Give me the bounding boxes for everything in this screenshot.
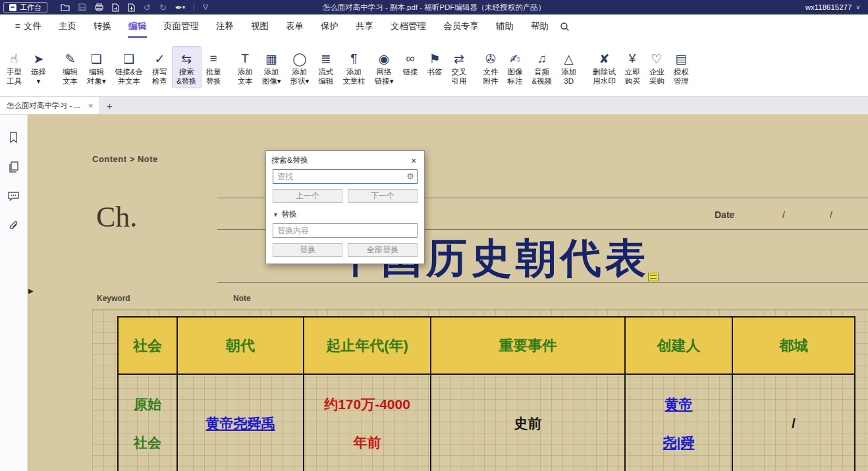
menu-share[interactable]: 共享 [347, 14, 382, 38]
tool-label: 3D [564, 76, 574, 86]
tool-add-article[interactable]: ¶添加文章柱 [338, 46, 370, 88]
tool-audio-video[interactable]: ♫音频&视频 [527, 46, 556, 88]
menu-member[interactable]: 会员专享 [435, 14, 487, 38]
menu-convert[interactable]: 转换 [85, 14, 120, 38]
account-menu[interactable]: wx118615277 ∨ [805, 3, 860, 11]
ribbon-toolbar: ☝手型工具 ➤选择▾ ✎编辑文本 ❏编辑对象▾ ❑链接&合并文本 ✓拼写检查 ⇆… [0, 38, 868, 97]
dynasty-link[interactable]: 黄帝尧舜禹 [206, 414, 275, 433]
dialog-close-icon[interactable]: × [408, 155, 419, 166]
tab-close-icon[interactable]: × [88, 101, 94, 111]
menu-assist[interactable]: 辅助 [487, 14, 522, 38]
table-cell-society: 原始 社会 [119, 375, 178, 471]
tool-label: 手型 [7, 67, 22, 76]
tool-add-text[interactable]: T添加文本 [233, 46, 258, 88]
tool-search-replace[interactable]: ⇆搜索&替换 [172, 46, 202, 88]
new-tab-button[interactable]: + [100, 97, 119, 114]
tool-label: 对象▾ [87, 76, 106, 86]
tool-flow-edit[interactable]: ≣流式编辑 [313, 46, 338, 88]
enterprise-purchase-icon: ♡ [651, 50, 663, 67]
replace-all-button[interactable]: 全部替换 [348, 243, 418, 257]
spell-check-icon: ✓ [154, 50, 165, 67]
menu-page-manage[interactable]: 页面管理 [155, 14, 207, 38]
redo-icon[interactable]: ↻ [159, 3, 167, 12]
search-options-gear-icon[interactable]: ⚙ [406, 171, 414, 181]
tool-remove-trial-watermark[interactable]: ✘删除试用水印 [588, 46, 620, 88]
tool-edit-text[interactable]: ✎编辑文本 [58, 46, 82, 88]
attachments-panel-icon[interactable] [7, 219, 20, 233]
tool-license-manage[interactable]: ▤授权管理 [669, 46, 693, 88]
find-next-button[interactable]: 下一个 [348, 189, 418, 203]
tool-enterprise-purchase[interactable]: ♡企业采购 [645, 46, 669, 88]
tool-label: 书签 [427, 67, 442, 76]
replace-input[interactable] [273, 223, 418, 238]
tool-edit-object[interactable]: ❏编辑对象▾ [82, 46, 111, 88]
date-slash: / [830, 209, 832, 220]
document-tab[interactable]: 怎么面对高中学习 - ... × [0, 97, 100, 114]
tool-label: &视频 [531, 76, 552, 86]
tool-label: 拼写 [152, 67, 167, 76]
tool-link-merge-text[interactable]: ❑链接&合并文本 [111, 46, 148, 88]
founder-link[interactable]: 尧|舜 [663, 433, 695, 452]
founder-link[interactable]: 黄帝 [665, 395, 693, 414]
society-text: 社会 [134, 433, 161, 452]
tool-add-image[interactable]: ▦添加图像▾ [258, 46, 286, 88]
edit-object-icon: ❏ [91, 50, 102, 67]
tool-label: 交叉 [451, 67, 466, 76]
title-bar: ✒ 工作台 ↺ ↻ ✒▾ ▽ 怎么面对高中学习 - 副本.pdf - 福昕PDF… [0, 0, 868, 14]
tool-link[interactable]: ∞链接 [398, 46, 422, 88]
tool-cross-reference[interactable]: ⇄交叉引用 [447, 46, 471, 88]
tool-label: 文本 [238, 76, 253, 86]
pen-tool-icon[interactable]: ✒▾ [175, 3, 185, 12]
menu-help[interactable]: 帮助 [522, 14, 557, 38]
menu-protect[interactable]: 保护 [312, 14, 347, 38]
print-icon[interactable] [95, 3, 103, 11]
tool-spell-check[interactable]: ✓拼写检查 [148, 46, 172, 88]
tool-label: 链接 [402, 67, 418, 76]
replace-section-toggle[interactable]: ▼ 替换 [273, 209, 418, 220]
table-cell-events: 史前 [431, 375, 626, 471]
tool-label: 添加 [264, 67, 279, 76]
undo-icon[interactable]: ↺ [144, 3, 151, 12]
audio-video-icon: ♫ [537, 50, 547, 67]
table-header-years: 起止年代(年) [304, 318, 431, 375]
menu-file[interactable]: ≡文件 [7, 14, 50, 38]
find-input[interactable] [273, 169, 418, 184]
tool-buy-now[interactable]: ¥立即购买 [620, 46, 645, 88]
menu-comment[interactable]: 注释 [207, 14, 242, 38]
tool-select[interactable]: ➤选择▾ [26, 46, 51, 88]
date-label: Date [715, 209, 734, 220]
menu-home[interactable]: 主页 [50, 14, 85, 38]
add-image-icon: ▦ [265, 50, 277, 67]
edit-text-icon: ✎ [65, 50, 76, 67]
comment-annotation-icon[interactable] [648, 273, 659, 281]
bookmarks-panel-icon[interactable] [7, 130, 20, 144]
tool-hand[interactable]: ☝手型工具 [2, 46, 26, 88]
menu-doc-manage[interactable]: 文档管理 [382, 14, 435, 38]
save-icon[interactable] [78, 3, 86, 11]
search-icon[interactable] [560, 22, 570, 32]
find-previous-button[interactable]: 上一个 [273, 189, 342, 203]
document-page[interactable]: ▶ Content > Note Ch. Date / / 中国历史朝代表 Ke… [28, 115, 868, 471]
export-doc-icon[interactable] [112, 3, 119, 12]
tool-batch-replace[interactable]: ≡批量替换 [202, 46, 226, 88]
collapse-toolbar-icon[interactable]: ▽ [203, 4, 208, 11]
left-panel-bar [0, 115, 28, 471]
create-doc-icon[interactable] [128, 3, 135, 12]
tool-bookmark[interactable]: ⚑书签 [422, 46, 447, 88]
comments-panel-icon[interactable] [7, 190, 20, 203]
tool-image-annotation[interactable]: ✍图像标注 [502, 46, 527, 88]
menu-edit[interactable]: 编辑 [120, 14, 155, 38]
tool-add-3d[interactable]: △添加3D [556, 46, 581, 88]
replace-button[interactable]: 替换 [273, 243, 342, 257]
tool-file-attachment[interactable]: ✇文件附件 [478, 46, 502, 88]
tool-web-link[interactable]: ◉网络链接▾ [370, 46, 398, 88]
tool-add-shape[interactable]: ◯添加形状▾ [285, 46, 313, 88]
tool-label: 附件 [483, 76, 498, 86]
workspace-button[interactable]: ✒ 工作台 [3, 2, 47, 13]
open-file-icon[interactable] [61, 3, 70, 11]
panel-collapse-handle[interactable]: ▶ [28, 287, 34, 294]
menu-view[interactable]: 视图 [242, 14, 277, 38]
pages-panel-icon[interactable] [7, 160, 20, 173]
remove-watermark-icon: ✘ [599, 50, 609, 67]
menu-form[interactable]: 表单 [277, 14, 312, 38]
